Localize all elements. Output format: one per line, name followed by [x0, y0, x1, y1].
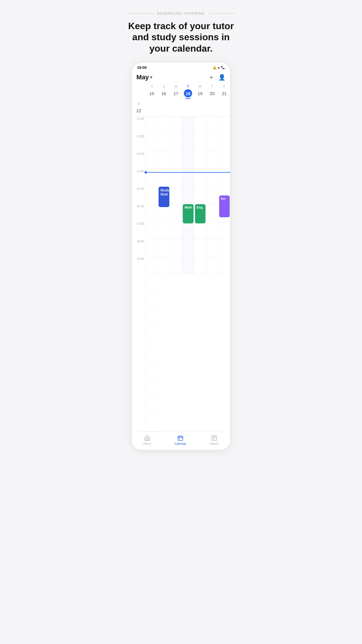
event-math[interactable]: Math: [183, 204, 193, 223]
page-container: SCHEDULED TUTORING Keep track of your tu…: [121, 0, 241, 462]
svg-rect-0: [178, 436, 183, 441]
day-col-6: Sci: [218, 117, 230, 274]
week-day-16[interactable]: S 16: [158, 83, 170, 101]
month-selector[interactable]: May ▾: [136, 74, 152, 81]
day-col-1: StudyStrat: [158, 117, 170, 274]
hours-column: 11:00 12:00 13:00 14:00 15:00 16:00 17:0…: [132, 117, 146, 432]
day-letter-16: S: [163, 85, 165, 88]
time-1400: 14:00: [132, 169, 146, 187]
calendar-header: May ▾ ＋ 👤: [132, 71, 230, 83]
event-math-label: Math: [184, 206, 192, 209]
day-letter-17: M: [175, 85, 177, 88]
time-1100: 11:00: [132, 117, 146, 134]
day-letter-22: S: [138, 102, 140, 105]
event-eng-label: Eng: [197, 206, 203, 209]
week-day-20[interactable]: T 20: [206, 83, 218, 101]
event-study-strat-label: StudyStrat: [160, 188, 169, 196]
current-time-line: [146, 172, 230, 173]
chevron-down-icon: ▾: [150, 75, 152, 80]
time-1900: 19:00: [132, 257, 146, 274]
time-1500: 15:00: [132, 187, 146, 204]
day-col-7: [146, 274, 158, 432]
svg-rect-2: [212, 436, 217, 441]
day-num-21: 21: [220, 89, 228, 97]
phone-mockup: 19:00 🔔 ● 📞 May ▾ ＋ 👤 S 15: [131, 62, 231, 450]
event-study-strat[interactable]: StudyStrat: [159, 187, 169, 207]
event-sci[interactable]: Sci: [219, 195, 230, 217]
day-letter-21: F: [223, 85, 225, 88]
day-num-19: 19: [196, 89, 204, 97]
week-header: S 15 S 16 M 17 T 18 W 19: [132, 83, 230, 117]
current-time-dot: [145, 171, 147, 174]
day-num-17: 17: [172, 89, 180, 97]
location-icon: ●: [218, 66, 220, 69]
nav-item-calendar[interactable]: Calendar: [175, 435, 187, 445]
day-letter-19: W: [198, 85, 201, 88]
add-event-icon[interactable]: ＋: [208, 73, 214, 81]
nav-label-calendar: Calendar: [175, 442, 187, 445]
library-icon: [211, 435, 217, 441]
week-day-21[interactable]: F 21: [218, 83, 230, 101]
day-col-4: Eng: [194, 117, 206, 274]
event-eng[interactable]: Eng: [195, 204, 205, 223]
schedule-grid: 11:00 12:00 13:00 14:00 15:00 16:00 17:0…: [132, 117, 230, 432]
day-num-15: 15: [148, 89, 156, 97]
day-col-2: [170, 117, 182, 274]
week-day-18[interactable]: T 18: [182, 83, 194, 101]
week-day-17[interactable]: M 17: [170, 83, 182, 101]
day-num-22: 22: [135, 106, 143, 115]
week-day-22[interactable]: S 22: [132, 101, 146, 116]
nav-label-home: Home: [143, 442, 151, 445]
time-1700: 17:00: [132, 222, 146, 239]
nav-label-library: Library: [210, 442, 219, 445]
day-num-16: 16: [160, 89, 168, 97]
day-col-0: [146, 117, 158, 274]
day-letter-18: T: [187, 85, 189, 88]
week-day-15[interactable]: S 15: [146, 83, 158, 101]
calendar-icon: [177, 435, 184, 441]
sound-icon: 🔔: [212, 66, 217, 69]
section-label-line-left: [126, 13, 154, 14]
calendar-actions: ＋ 👤: [208, 73, 226, 81]
svg-rect-1: [179, 438, 180, 439]
section-label: SCHEDULED TUTORING: [154, 12, 208, 15]
bottom-nav: Home Calendar Library: [132, 432, 230, 450]
time-1200: 12:00: [132, 134, 146, 152]
day-col-3: Math: [182, 117, 194, 274]
user-icon[interactable]: 👤: [218, 74, 226, 81]
day-num-20: 20: [208, 89, 216, 97]
today-underline: [185, 98, 191, 99]
section-label-line-right: [208, 13, 236, 14]
day-col-5: [206, 117, 218, 274]
day-letter-15: S: [151, 85, 153, 88]
home-icon: [144, 435, 150, 441]
event-sci-label: Sci: [221, 197, 226, 200]
week-day-19[interactable]: W 19: [194, 83, 206, 101]
status-bar: 19:00 🔔 ● 📞: [132, 62, 230, 71]
time-1300: 13:00: [132, 152, 146, 169]
nav-item-home[interactable]: Home: [143, 435, 151, 445]
status-time: 19:00: [137, 65, 147, 70]
main-heading: Keep track of your tutor and study sessi…: [126, 20, 236, 54]
time-1800: 18:00: [132, 239, 146, 257]
section-label-row: SCHEDULED TUTORING: [126, 12, 236, 15]
week-spacer: [132, 83, 146, 101]
day-letter-20: T: [211, 85, 213, 88]
nav-item-library[interactable]: Library: [210, 435, 219, 445]
phone-icon: 📞: [221, 66, 225, 69]
time-1600: 16:00: [132, 204, 146, 222]
day-num-18: 18: [184, 89, 192, 97]
status-icons: 🔔 ● 📞: [212, 66, 225, 69]
days-area: StudyStrat: [146, 117, 230, 432]
month-label: May: [136, 74, 149, 81]
